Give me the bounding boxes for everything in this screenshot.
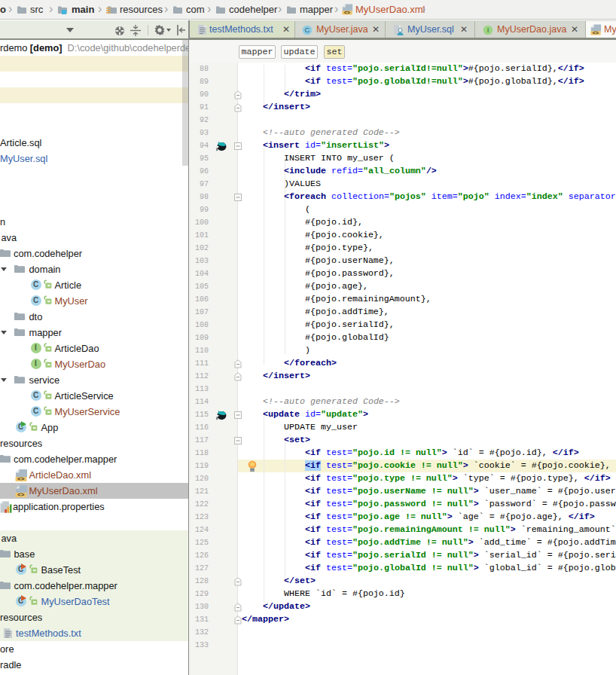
svg-text:<>: <> xyxy=(593,30,599,35)
svg-text:C: C xyxy=(305,26,310,34)
svg-text:I: I xyxy=(487,26,489,34)
svg-text:<>: <> xyxy=(17,475,24,481)
svg-text:<>: <> xyxy=(344,10,350,15)
svg-text:<>: <> xyxy=(17,491,24,497)
